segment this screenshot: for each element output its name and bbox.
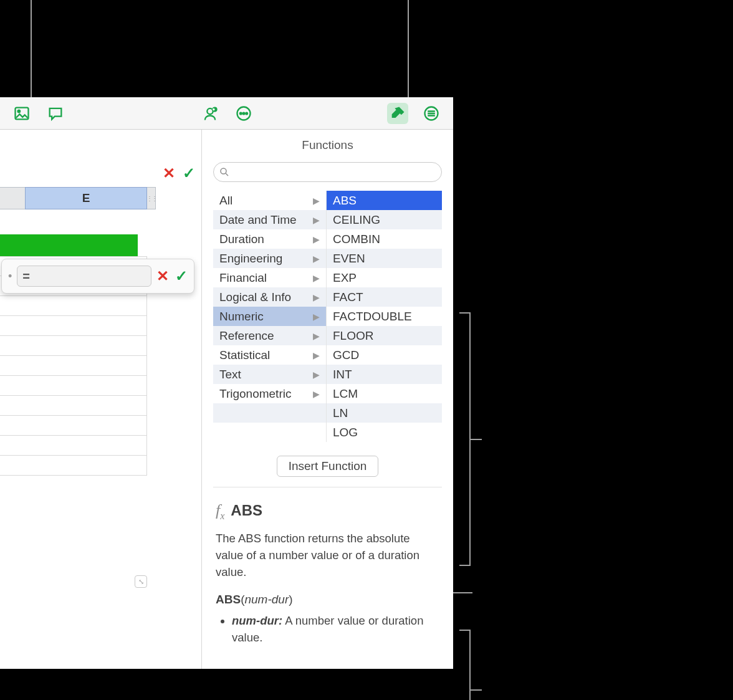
formula-input[interactable]: =	[17, 266, 151, 287]
category-item[interactable]: Statistical▶	[213, 345, 326, 365]
chevron-right-icon: ▶	[313, 234, 320, 244]
table-expand-handle[interactable]: ⤡	[135, 575, 147, 588]
category-item[interactable]	[213, 423, 326, 442]
help-signature: ABS(num-dur)	[216, 591, 439, 608]
comment-button[interactable]	[45, 103, 66, 124]
main-area: ✕ ✓ E ⤡	[0, 130, 453, 669]
formula-editor: • = ✕ ✓	[1, 259, 194, 294]
function-list: ABSCEILINGCOMBINEVENEXPFACTFACTDOUBLEFLO…	[327, 191, 442, 442]
chevron-right-icon: ▶	[313, 196, 320, 206]
callout-line	[471, 439, 482, 440]
svg-point-5	[239, 112, 241, 114]
category-item[interactable]	[213, 403, 326, 423]
function-item[interactable]: EXP	[327, 268, 442, 287]
format-brush-button[interactable]	[387, 103, 408, 124]
header-row-cell[interactable]	[0, 234, 138, 256]
more-button[interactable]	[233, 103, 254, 124]
function-item[interactable]: GCD	[327, 345, 442, 365]
cell[interactable]	[0, 376, 147, 396]
help-description: The ABS function returns the absolute va…	[216, 530, 439, 580]
cell[interactable]	[0, 456, 147, 476]
accept-icon[interactable]: ✓	[183, 165, 195, 182]
fx-icon: fx	[216, 499, 224, 523]
category-item[interactable]: Numeric▶	[213, 307, 326, 326]
chevron-right-icon: ▶	[313, 389, 320, 399]
svg-point-1	[18, 110, 20, 112]
function-item[interactable]: CEILING	[327, 210, 442, 229]
help-argument: num-dur: A number value or duration valu…	[232, 613, 439, 646]
callout-bracket	[459, 630, 471, 700]
cell[interactable]	[0, 396, 147, 416]
svg-point-9	[221, 168, 226, 174]
chevron-right-icon: ▶	[313, 350, 320, 360]
app-window: ✕ ✓ E ⤡	[0, 97, 453, 669]
category-item[interactable]: Financial▶	[213, 268, 326, 287]
function-item[interactable]: FACT	[327, 287, 442, 307]
cell[interactable]	[0, 356, 147, 376]
callout-line	[471, 689, 482, 691]
category-item[interactable]: Trigonometric▶	[213, 384, 326, 403]
svg-point-2	[207, 108, 213, 113]
callout-line	[408, 0, 409, 98]
callout-bracket	[459, 312, 471, 566]
category-item[interactable]: All▶	[213, 191, 326, 210]
function-item[interactable]: LOG	[327, 423, 442, 442]
help-function-name: ABS	[231, 500, 262, 522]
chevron-right-icon: ▶	[313, 370, 320, 380]
column-resize-handle[interactable]	[147, 187, 156, 209]
svg-point-7	[246, 112, 247, 114]
function-item[interactable]: COMBIN	[327, 229, 442, 249]
organize-button[interactable]	[421, 103, 442, 124]
chevron-right-icon: ▶	[313, 292, 320, 302]
chevron-right-icon: ▶	[313, 312, 320, 322]
cell[interactable]	[0, 296, 147, 316]
cancel-icon[interactable]: ✕	[163, 165, 175, 182]
column-header-blank[interactable]	[0, 187, 25, 209]
media-button[interactable]	[11, 103, 32, 124]
function-item[interactable]: FLOOR	[327, 326, 442, 345]
cell[interactable]	[0, 416, 147, 436]
search-icon	[219, 166, 230, 178]
toolbar	[0, 97, 453, 130]
function-help-panel: fx ABS The ABS function returns the abso…	[202, 487, 453, 661]
sidebar-title: Functions	[202, 130, 453, 156]
formula-cancel-icon[interactable]: ✕	[156, 267, 169, 285]
category-item[interactable]: Text▶	[213, 365, 326, 384]
category-item[interactable]: Date and Time▶	[213, 210, 326, 229]
chevron-right-icon: ▶	[313, 215, 320, 225]
category-item[interactable]: Logical & Info▶	[213, 287, 326, 307]
category-item[interactable]: Engineering▶	[213, 249, 326, 268]
function-item[interactable]: LCM	[327, 384, 442, 403]
chevron-right-icon: ▶	[313, 273, 320, 283]
function-item[interactable]: EVEN	[327, 249, 442, 268]
insert-function-button[interactable]: Insert Function	[277, 456, 379, 477]
function-browser: All▶Date and Time▶Duration▶Engineering▶F…	[213, 191, 442, 442]
chevron-right-icon: ▶	[313, 254, 320, 264]
function-search-input[interactable]	[213, 162, 442, 182]
spreadsheet-area[interactable]: ✕ ✓ E ⤡	[0, 130, 202, 669]
cell[interactable]	[0, 436, 147, 456]
formula-accept-icon[interactable]: ✓	[175, 267, 188, 285]
column-header-row: E	[0, 187, 156, 209]
collaborate-button[interactable]	[199, 103, 221, 124]
formula-bar-controls: ✕ ✓	[163, 165, 195, 182]
chevron-right-icon: ▶	[313, 331, 320, 341]
formula-editor-handle[interactable]: •	[8, 271, 12, 282]
functions-sidebar: Functions All▶Date and Time▶Duration▶Eng…	[202, 130, 453, 669]
cell[interactable]	[0, 336, 147, 356]
function-item[interactable]: INT	[327, 365, 442, 384]
category-item[interactable]: Duration▶	[213, 229, 326, 249]
cell[interactable]	[0, 316, 147, 336]
column-header-e[interactable]: E	[25, 187, 147, 209]
category-list: All▶Date and Time▶Duration▶Engineering▶F…	[213, 191, 327, 442]
function-item[interactable]: FACTDOUBLE	[327, 307, 442, 326]
svg-point-6	[242, 112, 244, 114]
function-item[interactable]: LN	[327, 403, 442, 423]
function-item[interactable]: ABS	[327, 191, 442, 210]
category-item[interactable]: Reference▶	[213, 326, 326, 345]
